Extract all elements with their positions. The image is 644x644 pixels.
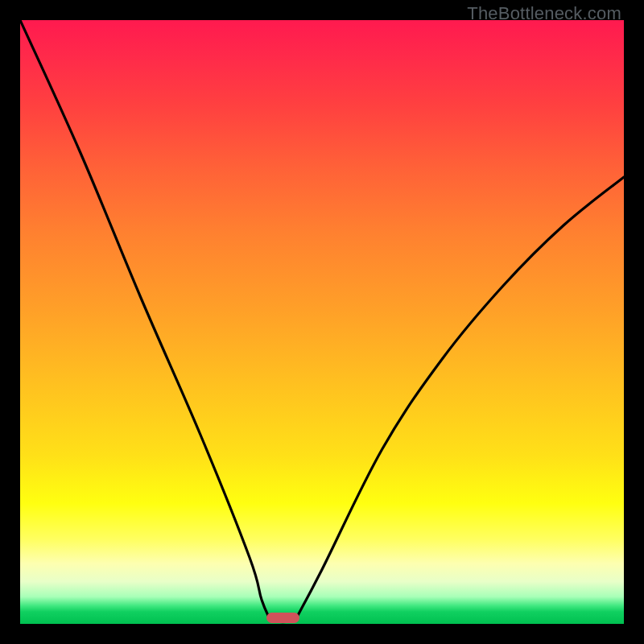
- bottleneck-curve: [20, 20, 624, 624]
- plot-area: [20, 20, 624, 624]
- watermark-text: TheBottleneck.com: [467, 3, 621, 24]
- curve-path: [20, 20, 624, 622]
- minimum-marker: [266, 613, 299, 624]
- chart-frame: TheBottleneck.com: [0, 0, 644, 644]
